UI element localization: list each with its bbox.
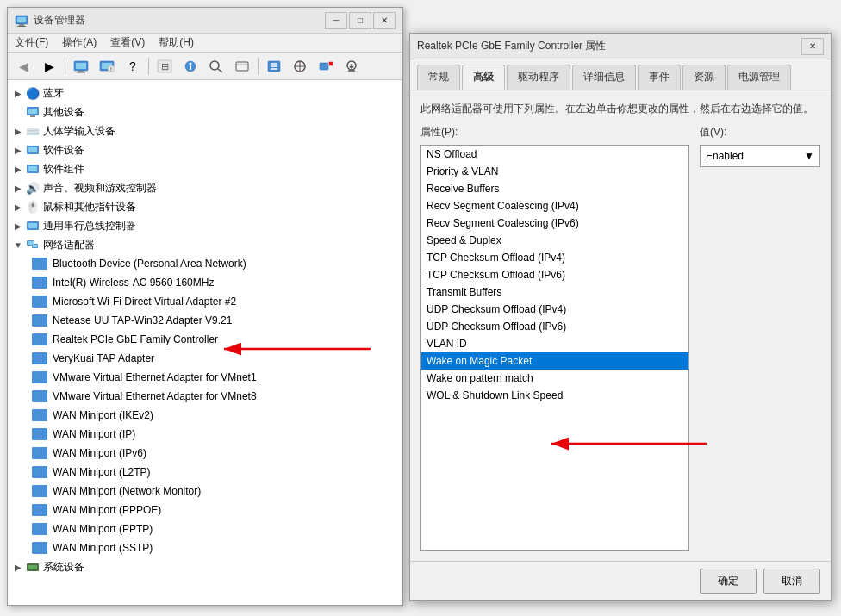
tab-driver[interactable]: 驱动程序 — [507, 65, 570, 90]
tree-item-wan-pptp[interactable]: WAN Miniport (PPTP) — [8, 520, 402, 538]
svg-rect-37 — [28, 166, 37, 171]
prop-item-wol-shutdown[interactable]: WOL & Shutdown Link Speed — [421, 387, 688, 404]
prop-item-receive-buffers[interactable]: Receive Buffers — [421, 180, 688, 197]
verykuai-icon — [32, 352, 47, 364]
prop-item-tcp-offload-ipv4[interactable]: TCP Checksum Offload (IPv4) — [421, 249, 688, 266]
tree-label-wan-sstp: WAN Miniport (SSTP) — [53, 542, 153, 554]
prop-item-tcp-offload-ipv6[interactable]: TCP Checksum Offload (IPv6) — [421, 266, 688, 283]
svg-rect-43 — [33, 245, 37, 247]
tree-item-bluetooth[interactable]: ▶ 🔵 蓝牙 — [8, 84, 402, 103]
prop-item-speed-duplex[interactable]: Speed & Duplex — [421, 232, 688, 249]
prop-item-udp-offload-ipv4[interactable]: UDP Checksum Offload (IPv4) — [421, 301, 688, 318]
tab-power[interactable]: 电源管理 — [727, 65, 791, 90]
svg-rect-26 — [320, 63, 328, 70]
tree-item-wan-pppoe[interactable]: WAN Miniport (PPPOE) — [8, 501, 402, 520]
prop-item-recv-coalescing-ipv6[interactable]: Recv Segment Coalescing (IPv6) — [421, 215, 688, 232]
tree-label-software-comp: 软件组件 — [43, 162, 84, 177]
dm-window-controls: ─ □ ✕ — [325, 12, 396, 29]
tree-item-intel[interactable]: Intel(R) Wireless-AC 9560 160MHz — [8, 273, 402, 292]
maximize-button[interactable]: □ — [349, 12, 371, 29]
prop-item-udp-offload-ipv6[interactable]: UDP Checksum Offload (IPv6) — [421, 318, 688, 335]
help-button[interactable]: ? — [121, 55, 145, 78]
tree-item-vmnet8[interactable]: VMware Virtual Ethernet Adapter for VMne… — [8, 387, 402, 406]
toolbar-btn-4[interactable] — [178, 55, 202, 78]
cancel-button[interactable]: 取消 — [763, 569, 820, 594]
prop-item-wake-magic[interactable]: Wake on Magic Packet — [421, 352, 688, 370]
netease-icon — [32, 314, 47, 327]
tree-item-usb[interactable]: ▶ 通用串行总线控制器 — [8, 216, 402, 235]
tree-item-wan-sstp[interactable]: WAN Miniport (SSTP) — [8, 538, 402, 557]
tree-item-ms-wifi[interactable]: Microsoft Wi-Fi Direct Virtual Adapter #… — [8, 292, 402, 311]
menu-help[interactable]: 帮助(H) — [152, 34, 201, 52]
prop-item-ns-offload[interactable]: NS Offload — [421, 146, 688, 163]
tree-label-hid: 人体学输入设备 — [43, 124, 115, 139]
back-button[interactable]: ◀ — [11, 55, 35, 78]
minimize-button[interactable]: ─ — [325, 12, 347, 29]
prop-item-priority-vlan[interactable]: Priority & VLAN — [421, 163, 688, 180]
toolbar-btn-7[interactable] — [262, 55, 286, 78]
tab-general[interactable]: 常规 — [417, 65, 460, 90]
toolbar-btn-5[interactable] — [204, 55, 228, 78]
tree-label-software: 软件设备 — [43, 143, 84, 158]
tree-item-system[interactable]: ▶ 系统设备 — [8, 557, 402, 576]
toolbar-btn-2[interactable]: ! — [95, 55, 119, 78]
prop-item-vlan-id[interactable]: VLAN ID — [421, 335, 688, 352]
toolbar-btn-6[interactable] — [230, 55, 254, 78]
tree-item-software-comp[interactable]: ▶ 软件组件 — [8, 159, 402, 178]
prop-item-wake-pattern[interactable]: Wake on pattern match — [421, 370, 688, 387]
tree-item-vmnet1[interactable]: VMware Virtual Ethernet Adapter for VMne… — [8, 368, 402, 387]
tree-item-wan-ipv6[interactable]: WAN Miniport (IPv6) — [8, 444, 402, 463]
tree-item-verykuai[interactable]: VeryKuai TAP Adapter — [8, 349, 402, 368]
expand-software-comp: ▶ — [11, 165, 25, 174]
tree-item-wan-ip[interactable]: WAN Miniport (IP) — [8, 425, 402, 444]
tree-item-wan-ikev2[interactable]: WAN Miniport (IKEv2) — [8, 406, 402, 425]
tree-item-wan-netmon[interactable]: WAN Miniport (Network Monitor) — [8, 482, 402, 501]
property-listbox[interactable]: NS Offload Priority & VLAN Receive Buffe… — [420, 145, 689, 551]
tree-item-mouse[interactable]: ▶ 🖱️ 鼠标和其他指针设备 — [8, 197, 402, 216]
menu-action[interactable]: 操作(A) — [55, 34, 103, 52]
toolbar-btn-3[interactable]: ⊞ — [153, 55, 177, 78]
menu-file[interactable]: 文件(F) — [8, 34, 55, 52]
prop-item-transmit-buffers[interactable]: Transmit Buffers — [421, 283, 688, 301]
value-dropdown[interactable]: Enabled ▼ — [700, 145, 820, 167]
prop-close-button[interactable]: ✕ — [801, 38, 824, 55]
mouse-icon: 🖱️ — [25, 200, 40, 214]
close-button[interactable]: ✕ — [373, 12, 396, 29]
tab-resources[interactable]: 资源 — [682, 65, 726, 90]
tree-label-bluetooth-network: Bluetooth Device (Personal Area Network) — [53, 258, 246, 270]
menu-view[interactable]: 查看(V) — [103, 34, 152, 52]
tree-item-network[interactable]: ▼ 网络适配器 — [8, 235, 402, 254]
device-manager-window: 设备管理器 ─ □ ✕ 文件(F) 操作(A) 查看(V) 帮助(H) ◀ ▶ — [7, 7, 403, 606]
svg-rect-39 — [28, 223, 37, 228]
prop-titlebar: Realtek PCIe GbE Family Controller 属性 ✕ — [410, 34, 831, 59]
svg-point-17 — [210, 61, 219, 70]
prop-footer: 确定 取消 — [410, 561, 831, 600]
dm-toolbar: ◀ ▶ ! ? ⊞ — [8, 53, 402, 80]
toolbar-btn-red-x[interactable] — [314, 55, 338, 78]
ok-button[interactable]: 确定 — [700, 569, 757, 594]
tree-item-bluetooth-network[interactable]: Bluetooth Device (Personal Area Network) — [8, 254, 402, 273]
tree-item-other[interactable]: 其他设备 — [8, 103, 402, 121]
tree-item-software[interactable]: ▶ 软件设备 — [8, 140, 402, 159]
tree-item-realtek[interactable]: Realtek PCIe GbE Family Controller — [8, 330, 402, 349]
tree-label-vmnet1: VMware Virtual Ethernet Adapter for VMne… — [53, 371, 257, 383]
tab-events[interactable]: 事件 — [638, 65, 681, 90]
prop-item-recv-coalescing-ipv4[interactable]: Recv Segment Coalescing (IPv4) — [421, 197, 688, 215]
tree-item-audio[interactable]: ▶ 🔊 声音、视频和游戏控制器 — [8, 178, 402, 197]
toolbar-btn-1[interactable] — [69, 55, 93, 78]
forward-button[interactable]: ▶ — [37, 55, 61, 78]
wan-ikev2-icon — [32, 409, 47, 421]
tree-label-wan-ipv6: WAN Miniport (IPv6) — [53, 447, 146, 459]
toolbar-btn-download[interactable] — [340, 55, 364, 78]
properties-dialog: Realtek PCIe GbE Family Controller 属性 ✕ … — [409, 33, 832, 601]
vmnet1-icon — [32, 371, 47, 383]
dm-titlebar: 设备管理器 ─ □ ✕ — [8, 8, 402, 34]
tab-details[interactable]: 详细信息 — [572, 65, 636, 90]
toolbar-btn-scan[interactable] — [288, 55, 312, 78]
tree-item-netease[interactable]: Netease UU TAP-Win32 Adapter V9.21 — [8, 311, 402, 330]
bluetooth-icon: 🔵 — [25, 86, 40, 100]
value-text: Enabled — [706, 150, 744, 162]
tab-advanced[interactable]: 高级 — [462, 65, 505, 90]
tree-item-hid[interactable]: ▶ ⌨️ 人体学输入设备 — [8, 121, 402, 140]
tree-item-wan-l2tp[interactable]: WAN Miniport (L2TP) — [8, 463, 402, 482]
